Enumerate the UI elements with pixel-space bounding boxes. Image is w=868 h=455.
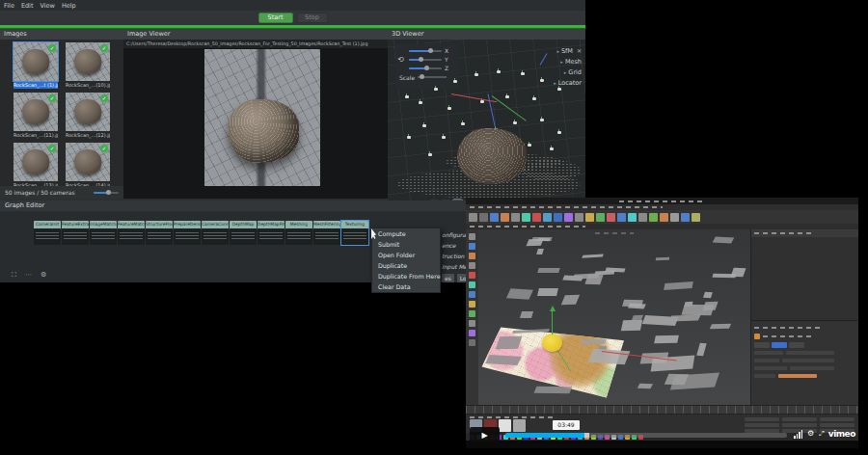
graph-node[interactable]: MeshFiltering [313,221,340,245]
image-thumbnail[interactable]: ✓ RockScan_...(13).jpg [14,143,58,186]
thumbnail-size-slider[interactable] [94,192,119,194]
camera-marker [419,101,422,104]
meshroom-menubar: FileEditViewHelp [0,0,585,11]
volume-icon[interactable] [794,430,802,439]
node-body [202,228,229,245]
viewer-3d-title: 3D Viewer [388,29,585,40]
layer-label: SfM [561,47,573,55]
timeline-ruler[interactable] [466,405,858,414]
building-shape [581,339,607,344]
graph-editor-toolbar: ⛶ ⋯ ⚙ [12,271,46,279]
c4d-viewport[interactable] [478,229,750,405]
yellow-sphere[interactable] [542,334,562,352]
graph-node[interactable]: ImageMatching [90,221,117,245]
graph-node[interactable]: Texturing [341,221,368,245]
layer-item[interactable]: ▸ Mesh [554,56,582,67]
x-axis-slider[interactable] [409,50,442,52]
viewport-label [595,232,634,234]
tab-chip[interactable] [754,342,770,348]
seek-progress [505,433,584,438]
scale-slider[interactable] [418,76,447,78]
context-menu-item[interactable]: Open Folder [372,250,440,260]
y-axis-arrow[interactable] [552,310,553,335]
z-axis-slider[interactable] [409,67,442,69]
context-menu-item[interactable]: Duplicate [372,260,440,271]
camera-marker [540,79,544,82]
node-body [341,228,368,245]
scale-label: Scale [399,74,415,81]
close-icon[interactable]: ✕ [577,47,582,54]
log-tab[interactable]: Log [457,274,466,282]
image-viewer-panel: Image Viewer C:/Users/Theresa/Desktop/Ro… [123,29,388,211]
rotate-icon[interactable]: ⟲ [397,55,404,64]
expand-triangle-icon[interactable]: ▸ [564,69,567,75]
menu-item[interactable]: Edit [21,2,34,10]
camera-marker [557,131,561,134]
layer-item[interactable]: ▸ SfM ✕ [554,45,582,56]
graph-node[interactable]: FeatureExtraction [62,221,89,245]
context-menu-item[interactable]: Clear Data [372,281,440,292]
check-badge-icon: ✓ [100,94,108,102]
viewer-3d-viewport[interactable]: ⟲ X Y Z Scale ▸ SfM ✕ [388,40,585,211]
seek-bar[interactable] [505,433,787,438]
settings-gear-icon[interactable]: ⚙ [41,271,46,279]
graph-node[interactable]: DepthMap [230,221,257,245]
image-thumbnail[interactable]: ✓ RockScan_...t (1).jpg [14,42,58,89]
image-thumbnail[interactable]: ✓ RockScan_...(14).jpg [66,143,110,186]
graph-node[interactable]: StructureFromMotion [146,221,173,245]
node-title: MeshFiltering [313,221,340,228]
check-badge-icon: ✓ [48,94,56,102]
y-axis-slider[interactable] [409,59,442,61]
attributes-tab[interactable]: es [442,274,454,282]
image-viewer-title: Image Viewer [123,29,388,40]
context-menu-item[interactable]: Submit [372,239,440,250]
graph-node[interactable]: Meshing [285,221,312,245]
graph-node[interactable]: PrepareDenseScene [174,221,201,245]
thumbnail-filename: RockScan_...t (1).jpg [14,81,58,89]
start-button[interactable]: Start [258,13,293,23]
rock-photo [204,49,320,186]
expand-triangle-icon[interactable]: ▸ [556,48,559,54]
menu-item[interactable]: File [4,2,14,10]
seek-handle[interactable] [584,433,589,438]
check-badge-icon: ✓ [100,44,108,52]
node-title: PrepareDenseScene [174,221,201,228]
settings-gear-icon[interactable]: ⚙ [807,429,814,439]
context-menu-item[interactable]: Compute [372,228,440,239]
image-thumbnail[interactable]: ✓ RockScan_...(12).jpg [66,93,110,139]
fit-view-icon[interactable]: ⛶ [12,271,16,279]
context-menu-item[interactable]: Duplicate From Here [372,271,440,281]
more-icon[interactable]: ⋯ [25,271,32,279]
menu-item[interactable]: Help [62,2,76,10]
expand-triangle-icon[interactable]: ▸ [560,59,563,65]
thumbnail-image: ✓ [14,42,58,81]
node-body [90,228,117,245]
images-status-bar: 50 images / 50 cameras [0,186,123,199]
object-manager-header [751,229,858,237]
menu-item[interactable]: View [40,2,54,10]
expand-triangle-icon[interactable]: ▸ [554,80,556,86]
thumbnail-image: ✓ [66,93,110,131]
player-controls: ⚙ ⤢ vimeo [794,429,855,439]
graph-node[interactable]: DepthMapFilter [258,221,285,245]
tab-chip-active[interactable] [772,342,787,348]
axis-line [540,53,548,66]
camera-marker [461,122,465,125]
node-attributes-sliver: onfiguration ence truction Input Mesh es… [442,229,466,291]
graph-node[interactable]: CameraConnection [202,221,229,245]
images-count: 50 images / 50 cameras [5,189,75,196]
layer-item[interactable]: ▸ Grid [554,67,582,77]
tab-chip[interactable] [789,342,804,348]
graph-node[interactable]: CameraInit [34,221,61,245]
building-shape [520,311,533,318]
play-button[interactable]: ▶ [470,427,500,443]
building-shape [534,387,573,393]
image-thumbnail[interactable]: ✓ RockScan_...(10).jpg [66,42,110,89]
graph-node[interactable]: FeatureMatching [118,221,145,245]
fullscreen-icon[interactable]: ⤢ [819,429,824,439]
stop-button[interactable]: Stop [297,13,328,23]
material-swatch[interactable] [754,334,760,339]
building-shape [668,315,700,322]
camera-marker [532,97,536,100]
image-thumbnail[interactable]: ✓ RockScan_...(11).jpg [14,93,58,139]
